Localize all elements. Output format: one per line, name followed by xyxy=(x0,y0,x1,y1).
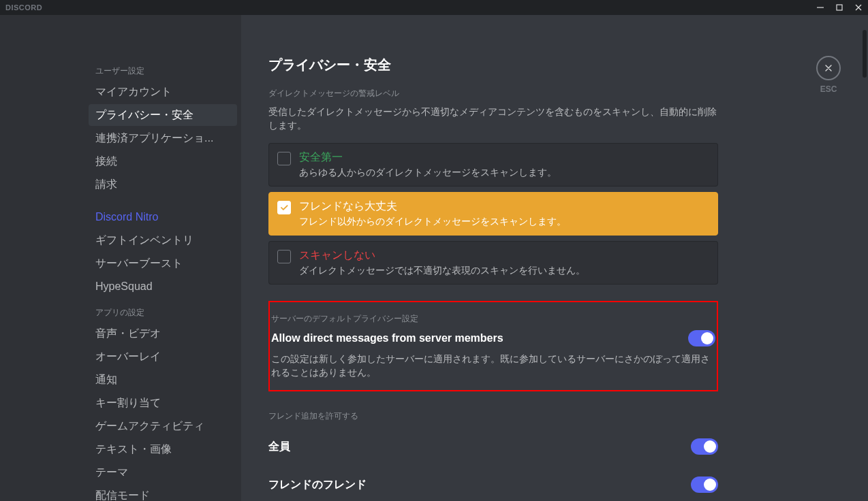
sidebar-item-voice-video[interactable]: 音声・ビデオ xyxy=(89,323,237,344)
settings-content: ESC プライバシー・安全 ダイレクトメッセージの警戒レベル 受信したダイレクト… xyxy=(241,15,868,501)
sidebar-item-privacy[interactable]: プライバシー・安全 xyxy=(89,104,237,126)
sidebar-item-notifications[interactable]: 通知 xyxy=(89,369,237,391)
page-title: プライバシー・安全 xyxy=(268,56,718,74)
friend-add-label: フレンド追加を許可する xyxy=(268,410,718,422)
app-logo: DISCORD xyxy=(5,3,42,12)
close-settings-label: ESC xyxy=(820,84,837,94)
minimize-button[interactable] xyxy=(811,0,830,15)
dm-scan-option-title: 安全第一 xyxy=(299,150,709,164)
server-dm-desc: この設定は新しく参加したサーバーに適用されます。既に参加しているサーバーにさかの… xyxy=(271,352,715,379)
sidebar-item-nitro[interactable]: Discord Nitro xyxy=(89,206,237,228)
sidebar-item-overlay[interactable]: オーバーレイ xyxy=(89,346,237,368)
scrollbar-thumb[interactable] xyxy=(863,30,867,78)
server-dm-toggle[interactable] xyxy=(688,330,715,346)
dm-scan-desc: 受信したダイレクトメッセージから不適切なメディアコンテンツを含むものをスキャンし… xyxy=(268,105,718,132)
friend-fof-label: フレンドのフレンド xyxy=(268,478,367,492)
svg-rect-1 xyxy=(837,5,842,10)
maximize-button[interactable] xyxy=(830,0,849,15)
window-titlebar: DISCORD xyxy=(0,0,868,15)
sidebar-item-keybinds[interactable]: キー割り当て xyxy=(89,392,237,414)
dm-scan-option-none[interactable]: スキャンしない ダイレクトメッセージでは不適切な表現のスキャンを行いません。 xyxy=(268,241,718,285)
friend-everyone-label: 全員 xyxy=(268,440,290,454)
sidebar-item-my-account[interactable]: マイアカウント xyxy=(89,81,237,103)
server-dm-label: サーバーのデフォルトプライバシー設定 xyxy=(271,313,715,325)
minimize-icon xyxy=(817,4,824,11)
maximize-icon xyxy=(836,4,843,11)
friend-fof-toggle[interactable] xyxy=(691,476,718,493)
dm-scan-option-sub: あらゆる人からのダイレクトメッセージをスキャンします。 xyxy=(299,167,709,179)
close-icon xyxy=(855,4,862,11)
settings-sidebar: ユーザー設定 マイアカウント プライバシー・安全 連携済アプリケーショ... 接… xyxy=(0,15,241,501)
dm-scan-option-sub: ダイレクトメッセージでは不適切な表現のスキャンを行いません。 xyxy=(299,265,709,277)
window-controls xyxy=(811,0,868,15)
sidebar-item-gift-inventory[interactable]: ギフトインベントリ xyxy=(89,229,237,251)
close-icon xyxy=(823,63,834,74)
sidebar-item-appearance[interactable]: テーマ xyxy=(89,462,237,483)
sidebar-item-text-images[interactable]: テキスト・画像 xyxy=(89,438,237,460)
checkbox-icon xyxy=(277,250,291,263)
close-settings: ESC xyxy=(816,56,841,94)
sidebar-category-user: ユーザー設定 xyxy=(89,61,237,81)
dm-scan-option-safe[interactable]: 安全第一 あらゆる人からのダイレクトメッセージをスキャンします。 xyxy=(268,143,718,187)
sidebar-item-hypesquad[interactable]: HypeSquad xyxy=(89,276,237,297)
checkbox-icon xyxy=(277,201,291,214)
sidebar-item-connections[interactable]: 接続 xyxy=(89,150,237,172)
sidebar-item-server-boost[interactable]: サーバーブースト xyxy=(89,253,237,274)
checkbox-icon xyxy=(277,152,291,165)
dm-scan-option-title: スキャンしない xyxy=(299,248,709,262)
dm-scan-label: ダイレクトメッセージの警戒レベル xyxy=(268,88,718,99)
sidebar-item-authorized-apps[interactable]: 連携済アプリケーショ... xyxy=(89,127,237,149)
highlight-annotation: サーバーのデフォルトプライバシー設定 Allow direct messages… xyxy=(268,301,718,391)
friend-everyone-toggle[interactable] xyxy=(691,438,718,455)
close-settings-button[interactable] xyxy=(816,56,841,80)
dm-scan-option-friends[interactable]: フレンドなら大丈夫 フレンド以外からのダイレクトメッセージをスキャンします。 xyxy=(268,192,718,236)
dm-scan-option-sub: フレンド以外からのダイレクトメッセージをスキャンします。 xyxy=(299,216,709,228)
server-dm-title: Allow direct messages from server member… xyxy=(271,332,503,344)
sidebar-category-app: アプリの設定 xyxy=(89,303,237,323)
sidebar-item-billing[interactable]: 請求 xyxy=(89,174,237,195)
close-window-button[interactable] xyxy=(849,0,868,15)
sidebar-item-streamer-mode[interactable]: 配信モード xyxy=(89,485,237,501)
dm-scan-option-title: フレンドなら大丈夫 xyxy=(299,199,709,213)
sidebar-item-game-activity[interactable]: ゲームアクティビティ xyxy=(89,415,237,437)
